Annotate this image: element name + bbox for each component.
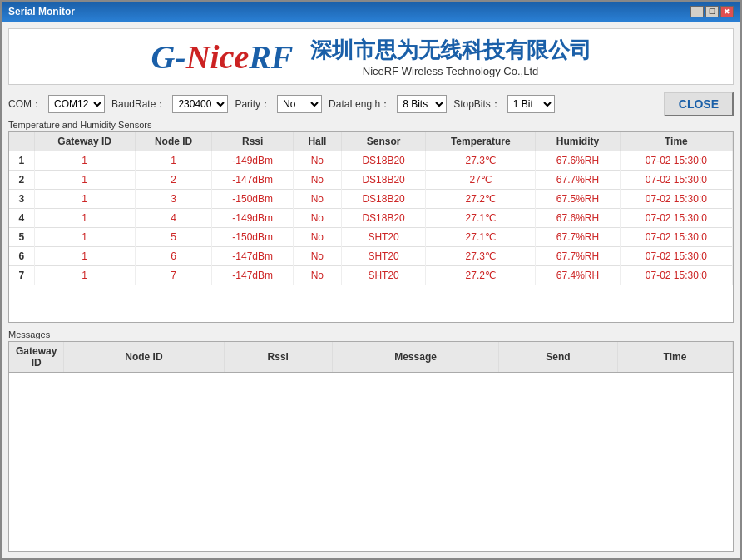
table-cell: No xyxy=(293,228,341,247)
table-cell: -147dBm xyxy=(212,247,294,266)
stopbits-select[interactable]: 1 Bit 2 Bits xyxy=(507,95,555,113)
table-cell: 27.1℃ xyxy=(426,228,536,247)
table-cell: 67.6%RH xyxy=(536,209,621,228)
table-cell: No xyxy=(293,171,341,190)
table-cell: 2 xyxy=(9,171,34,190)
logo: G-NiceRF xyxy=(151,37,293,77)
com-select[interactable]: COM12 COM1 COM2 xyxy=(48,95,105,113)
table-cell: 6 xyxy=(9,247,34,266)
msg-col-node-id: Node ID xyxy=(64,342,224,373)
company-english: NiceRF Wireless Technology Co.,Ltd xyxy=(310,65,591,77)
datalength-select[interactable]: 8 Bits 7 Bits xyxy=(397,95,447,113)
company-chinese: 深圳市思为无线科技有限公司 xyxy=(310,36,591,65)
table-cell: -147dBm xyxy=(212,171,294,190)
table-cell: 1 xyxy=(34,247,135,266)
table-cell: 07-02 15:30:0 xyxy=(620,266,732,285)
stopbits-label: StopBits： xyxy=(453,97,501,112)
table-row: 717-147dBmNoSHT2027.2℃67.4%RH07-02 15:30… xyxy=(9,266,733,285)
table-cell: 1 xyxy=(34,190,135,209)
col-sensor: Sensor xyxy=(341,132,426,151)
table-cell: 7 xyxy=(9,266,34,285)
table-cell: 1 xyxy=(34,151,135,171)
table-cell: 07-02 15:30:0 xyxy=(620,151,732,171)
msg-col-time: Time xyxy=(617,342,732,373)
table-cell: DS18B20 xyxy=(341,151,426,171)
col-node-id: Node ID xyxy=(135,132,212,151)
msg-col-send: Send xyxy=(499,342,618,373)
col-rssi: Rssi xyxy=(212,132,294,151)
com-label: COM： xyxy=(8,97,42,112)
sensors-table-header-row: Gateway ID Node ID Rssi Hall Sensor Temp… xyxy=(9,132,733,151)
table-cell: 1 xyxy=(34,266,135,285)
table-cell: 27.3℃ xyxy=(426,151,536,171)
table-cell: 1 xyxy=(9,151,34,171)
close-button[interactable]: CLOSE xyxy=(664,92,734,116)
table-cell: SHT20 xyxy=(341,228,426,247)
table-cell: -150dBm xyxy=(212,228,294,247)
msg-col-rssi: Rssi xyxy=(224,342,333,373)
table-cell: 67.4%RH xyxy=(536,266,621,285)
table-cell: -150dBm xyxy=(212,190,294,209)
table-cell: 27.2℃ xyxy=(426,190,536,209)
datalength-label: DataLength： xyxy=(329,97,390,112)
table-cell: 6 xyxy=(135,247,212,266)
table-cell: 1 xyxy=(34,171,135,190)
table-cell: DS18B20 xyxy=(341,209,426,228)
messages-table-header-row: Gateway ID Node ID Rssi Message Send Tim… xyxy=(9,342,733,373)
table-cell: -149dBm xyxy=(212,209,294,228)
logo-nice: Nice xyxy=(186,38,250,76)
col-humidity: Humidity xyxy=(536,132,621,151)
table-row: 212-147dBmNoDS18B2027℃67.7%RH07-02 15:30… xyxy=(9,171,733,190)
table-row: 515-150dBmNoSHT2027.1℃67.7%RH07-02 15:30… xyxy=(9,228,733,247)
table-cell: 1 xyxy=(135,151,212,171)
logo-rf: RF xyxy=(249,38,293,76)
table-row: 313-150dBmNoDS18B2027.2℃67.5%RH07-02 15:… xyxy=(9,190,733,209)
messages-table: Gateway ID Node ID Rssi Message Send Tim… xyxy=(9,342,733,373)
table-cell: 27.1℃ xyxy=(426,209,536,228)
table-cell: No xyxy=(293,190,341,209)
table-cell: 07-02 15:30:0 xyxy=(620,228,732,247)
parity-select[interactable]: No Even Odd xyxy=(277,95,322,113)
col-index xyxy=(9,132,34,151)
col-hall: Hall xyxy=(293,132,341,151)
table-cell: 07-02 15:30:0 xyxy=(620,209,732,228)
table-cell: 67.6%RH xyxy=(536,151,621,171)
baud-select[interactable]: 230400 115200 9600 xyxy=(172,95,228,113)
table-cell: 67.7%RH xyxy=(536,247,621,266)
table-cell: 3 xyxy=(135,190,212,209)
table-cell: 1 xyxy=(34,209,135,228)
table-cell: 4 xyxy=(135,209,212,228)
messages-table-container[interactable]: Gateway ID Node ID Rssi Message Send Tim… xyxy=(8,341,734,552)
table-cell: 67.7%RH xyxy=(536,228,621,247)
table-cell: No xyxy=(293,209,341,228)
table-cell: -147dBm xyxy=(212,266,294,285)
table-cell: 4 xyxy=(9,209,34,228)
table-cell: SHT20 xyxy=(341,266,426,285)
company-info: 深圳市思为无线科技有限公司 NiceRF Wireless Technology… xyxy=(310,36,591,77)
table-row: 414-149dBmNoDS18B2027.1℃67.6%RH07-02 15:… xyxy=(9,209,733,228)
window-close-button[interactable]: ✖ xyxy=(720,6,734,17)
sensors-table-container[interactable]: Gateway ID Node ID Rssi Hall Sensor Temp… xyxy=(8,131,734,323)
toolbar: COM： COM12 COM1 COM2 BaudRate： 230400 11… xyxy=(8,92,734,116)
messages-section: Messages Gateway ID Node ID Rssi Message… xyxy=(8,330,734,552)
header-area: G-NiceRF 深圳市思为无线科技有限公司 NiceRF Wireless T… xyxy=(8,28,734,85)
table-cell: DS18B20 xyxy=(341,171,426,190)
table-cell: 07-02 15:30:0 xyxy=(620,190,732,209)
table-cell: 07-02 15:30:0 xyxy=(620,171,732,190)
table-cell: -149dBm xyxy=(212,151,294,171)
minimize-button[interactable]: — xyxy=(690,6,704,17)
col-gateway-id: Gateway ID xyxy=(34,132,135,151)
table-cell: 3 xyxy=(9,190,34,209)
table-cell: 27.2℃ xyxy=(426,266,536,285)
table-cell: 27.3℃ xyxy=(426,247,536,266)
logo-g: G- xyxy=(151,38,186,76)
table-cell: 07-02 15:30:0 xyxy=(620,247,732,266)
table-cell: 27℃ xyxy=(426,171,536,190)
table-cell: 5 xyxy=(135,228,212,247)
maximize-button[interactable]: ☐ xyxy=(705,6,719,17)
serial-monitor-window: Serial Monitor — ☐ ✖ G-NiceRF 深圳市思为无线科技有… xyxy=(0,0,742,560)
table-cell: No xyxy=(293,247,341,266)
table-cell: 7 xyxy=(135,266,212,285)
parity-label: Parity： xyxy=(235,97,270,112)
sensors-table: Gateway ID Node ID Rssi Hall Sensor Temp… xyxy=(9,132,733,285)
